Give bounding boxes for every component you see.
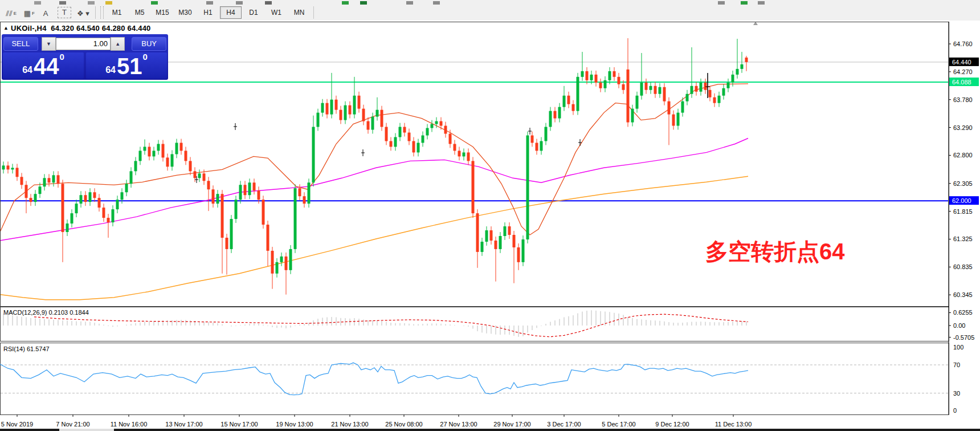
candle-body [572,104,575,111]
candle-body [30,198,32,202]
symbol-period-label: UKOil-,H4 [11,24,46,32]
candle-body [627,70,630,123]
price-axis-label: 62.800 [953,152,973,158]
candle-body [622,84,625,90]
candle-body [340,110,342,120]
rsi-axis-label: 30 [953,390,960,397]
shapes-tool-icon[interactable]: ❖ ▾ [75,6,92,19]
timeframe-button-w1[interactable]: W1 [266,6,287,19]
candle-body [732,75,734,83]
time-axis-label: 7 Nov 21:00 [56,421,89,428]
timeframe-button-m15[interactable]: M15 [152,6,173,19]
candle-body [235,200,238,219]
buy-price-big: 51 [117,56,142,76]
text-box-tool-icon[interactable]: T [58,7,71,18]
candle-body [545,127,548,141]
candle-body [554,111,557,119]
chart-window[interactable]: 多空转折点6464.76064.27063.78063.29062.80062.… [0,21,980,429]
sell-button[interactable]: SELL [3,37,38,51]
candle-body [399,127,402,137]
candle-body [681,101,684,113]
buy-button[interactable]: BUY [132,37,166,51]
candle-body [467,152,470,161]
candle-body [663,87,666,101]
price-axis-label: 61.815 [953,208,973,215]
candle-body [408,133,411,141]
price-axis-label: 64.270 [953,68,973,75]
candle-body [558,107,561,119]
candle-body [695,86,698,92]
candle-body [704,83,707,90]
collapse-icon[interactable]: ▲ [3,25,9,31]
sell-price-big: 44 [34,56,59,76]
candle-body [353,96,356,115]
candle-body [604,80,607,88]
timeframe-button-h4[interactable]: H4 [220,6,242,19]
candle-body [659,87,662,94]
candle-body [422,136,424,143]
candle-body [2,165,5,169]
candle-body [490,230,493,241]
candle-body [7,165,10,169]
candle-body [481,242,484,252]
candle-body [458,151,461,156]
candle-body [321,103,324,113]
candle-body [75,204,78,213]
candle-body [212,189,215,204]
candle-body [189,161,192,171]
timeframe-button-m1[interactable]: M1 [106,6,128,19]
candle-body [485,230,488,242]
candle-body [299,188,301,196]
bottom-strip-dark-left [0,429,59,431]
candle-body [403,127,406,133]
candle-body [11,168,14,169]
time-axis-label: 11 Nov 16:00 [111,421,148,428]
timeframe-button-h1[interactable]: H1 [197,6,219,19]
candle-body [185,151,187,161]
timeframe-button-m5[interactable]: M5 [129,6,150,19]
candle-body [727,83,730,88]
candle-body [476,213,479,252]
volume-increase-button[interactable]: ▲ [111,37,125,51]
volume-decrease-button[interactable]: ▼ [42,37,56,51]
candle-body [526,136,529,239]
timeframe-button-m30[interactable]: M30 [174,6,196,19]
candle-body [303,196,306,204]
candle-body [317,113,320,127]
candle-body [390,141,393,147]
candle-body [253,182,256,190]
candle-body [294,188,297,249]
candle-body [57,175,60,184]
candle-body [330,100,333,115]
macd-label: MACD(12,26,9) 0.2103 0.1844 [3,309,89,316]
candle-body [107,218,110,222]
candle-body [207,181,210,189]
crosshatch-tool-icon[interactable]: ⫽⫽E [1,6,18,19]
price-axis-label: 60.345 [953,291,973,298]
text-label-tool-icon[interactable]: A [37,6,54,19]
candle-body [417,143,420,152]
time-axis-label: 5 Dec 17:00 [602,421,635,428]
candle-body [80,195,83,204]
candle-body [289,249,292,270]
candle-body [362,109,365,121]
time-axis-label: 15 Nov 17:00 [220,421,258,428]
candle-body [499,236,502,249]
ohlc-values: 64.320 64.540 64.280 64.440 [51,24,150,32]
candle-body [125,184,128,192]
sell-price-display[interactable]: 64440 [3,52,84,79]
rsi-axis-label: 70 [953,361,960,368]
grid-tool-icon[interactable]: ▦F [19,6,36,19]
candle-body [745,58,748,62]
candle-body [139,151,142,161]
chart-canvas[interactable]: 多空转折点6464.76064.27063.78063.29062.80062.… [0,21,980,431]
price-axis-label: 60.835 [953,263,973,270]
candle-body [226,238,228,249]
candle-body [381,110,383,127]
candle-body [52,175,55,182]
buy-price-display[interactable]: 64510 [86,52,167,79]
timeframe-button-mn[interactable]: MN [288,6,310,19]
timeframe-button-d1[interactable]: D1 [243,6,264,19]
candle-body [43,178,46,186]
candle-body [549,111,552,127]
